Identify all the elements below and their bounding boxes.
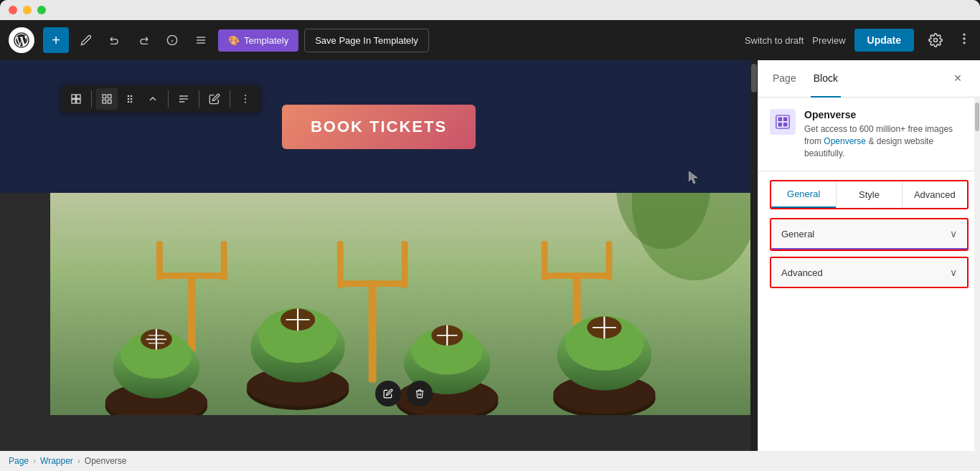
preview-button[interactable]: Preview <box>812 35 845 46</box>
breadcrumb-page[interactable]: Page <box>9 456 29 466</box>
svg-rect-12 <box>77 95 80 98</box>
svg-rect-42 <box>542 241 548 280</box>
block-type-button[interactable] <box>65 88 87 110</box>
block-icon <box>770 109 796 135</box>
breadcrumb-sep-1: › <box>33 456 36 466</box>
block-description: Get access to 600 million+ free images f… <box>804 123 969 159</box>
tab-page[interactable]: Page <box>770 60 799 97</box>
toolbar-right: Switch to draft Preview Update <box>745 27 971 53</box>
breadcrumb: Page › Wrapper › Openverse <box>0 451 980 471</box>
delete-image-button[interactable] <box>407 381 433 406</box>
svg-rect-35 <box>221 241 227 280</box>
svg-point-19 <box>128 95 128 96</box>
svg-rect-17 <box>103 100 106 103</box>
block-toolbar <box>61 85 260 113</box>
more-block-options[interactable] <box>235 88 256 110</box>
editor-toolbar: + 🎨 Templately <box>0 20 980 60</box>
svg-point-20 <box>131 95 131 96</box>
svg-rect-78 <box>783 118 788 122</box>
settings-button[interactable] <box>923 27 948 53</box>
add-block-button[interactable]: + <box>43 27 69 53</box>
save-templately-button[interactable]: Save Page In Templately <box>304 29 429 52</box>
title-bar <box>0 0 980 20</box>
svg-rect-13 <box>72 100 75 103</box>
templately-label: Templately <box>244 35 288 46</box>
image-area <box>50 193 758 415</box>
openverse-link[interactable]: Openverse <box>824 136 866 146</box>
svg-rect-18 <box>108 100 111 103</box>
svg-point-30 <box>245 102 246 103</box>
svg-rect-79 <box>778 123 783 127</box>
breadcrumb-wrapper[interactable]: Wrapper <box>40 456 73 466</box>
templately-button[interactable]: 🎨 Templately <box>218 29 298 52</box>
accordion-advanced-title: Advanced <box>781 267 823 278</box>
canvas-inner: BOOK TICKETS <box>0 60 758 451</box>
info-button[interactable] <box>161 29 184 52</box>
sidebar-header: Page Block × <box>758 60 980 97</box>
tab-advanced[interactable]: Advanced <box>902 181 967 208</box>
more-options-button[interactable] <box>957 32 971 49</box>
toolbar-divider-3 <box>199 90 199 108</box>
templately-icon: 🎨 <box>228 35 240 46</box>
drag-handle-button[interactable] <box>119 88 141 110</box>
svg-point-29 <box>245 98 246 100</box>
sidebar-content: Openverse Get access to 600 million+ fre… <box>758 97 980 451</box>
accordion-advanced-header[interactable]: Advanced ∨ <box>771 258 967 287</box>
block-info: Openverse Get access to 600 million+ fre… <box>758 97 980 171</box>
list-view-button[interactable] <box>189 29 212 52</box>
block-inner-tabs: General Style Advanced <box>770 180 969 209</box>
svg-rect-16 <box>108 95 111 98</box>
toolbar-divider-4 <box>230 90 230 108</box>
block-title: Openverse <box>804 109 969 120</box>
redo-button[interactable] <box>132 29 155 52</box>
svg-point-22 <box>131 98 131 99</box>
tab-block[interactable]: Block <box>811 60 841 97</box>
image-actions <box>375 381 433 406</box>
undo-button[interactable] <box>103 29 126 52</box>
svg-rect-34 <box>156 241 163 280</box>
accordion-general-chevron: ∨ <box>950 228 957 239</box>
svg-point-21 <box>128 98 128 99</box>
grid-view-button[interactable] <box>96 88 118 110</box>
edit-block-button[interactable] <box>204 88 225 110</box>
book-tickets-button[interactable]: BOOK TICKETS <box>282 105 476 149</box>
editor-scrollbar-thumb <box>751 64 757 92</box>
sidebar-close-button[interactable]: × <box>947 68 969 90</box>
main-area: BOOK TICKETS <box>0 60 980 451</box>
align-button[interactable] <box>173 88 194 110</box>
breadcrumb-current: Openverse <box>85 456 127 466</box>
editor-scrollbar[interactable] <box>750 60 758 451</box>
svg-rect-38 <box>337 241 344 288</box>
switch-draft-button[interactable]: Switch to draft <box>745 35 804 46</box>
svg-point-8 <box>963 34 965 35</box>
tab-style[interactable]: Style <box>836 181 901 208</box>
update-button[interactable]: Update <box>854 29 914 52</box>
sidebar-tabs: Page Block <box>770 60 947 97</box>
edit-image-button[interactable] <box>375 381 401 406</box>
pencil-tool-button[interactable] <box>75 29 98 52</box>
svg-point-28 <box>245 95 246 96</box>
accordion-advanced-chevron: ∨ <box>950 267 957 278</box>
hero-section: BOOK TICKETS <box>0 60 758 193</box>
close-traffic-light[interactable] <box>9 6 17 14</box>
accordion-general: General ∨ <box>770 218 969 251</box>
sidebar-scrollbar[interactable] <box>974 97 980 451</box>
wordpress-logo <box>9 27 34 53</box>
svg-point-23 <box>128 101 128 102</box>
svg-point-7 <box>934 39 938 42</box>
maximize-traffic-light[interactable] <box>37 6 46 14</box>
svg-point-24 <box>131 101 131 102</box>
svg-rect-43 <box>606 241 613 280</box>
svg-rect-33 <box>156 272 227 279</box>
breadcrumb-sep-2: › <box>77 456 80 466</box>
editor-canvas: BOOK TICKETS <box>0 60 758 451</box>
toolbar-divider-2 <box>168 90 169 108</box>
tab-general[interactable]: General <box>771 181 836 208</box>
minimize-traffic-light[interactable] <box>23 6 32 14</box>
svg-rect-37 <box>337 280 408 287</box>
svg-rect-80 <box>783 123 788 127</box>
move-up-button[interactable] <box>142 88 164 110</box>
accordion-general-header[interactable]: General ∨ <box>771 219 967 249</box>
svg-point-9 <box>963 38 965 39</box>
svg-rect-77 <box>778 118 783 122</box>
